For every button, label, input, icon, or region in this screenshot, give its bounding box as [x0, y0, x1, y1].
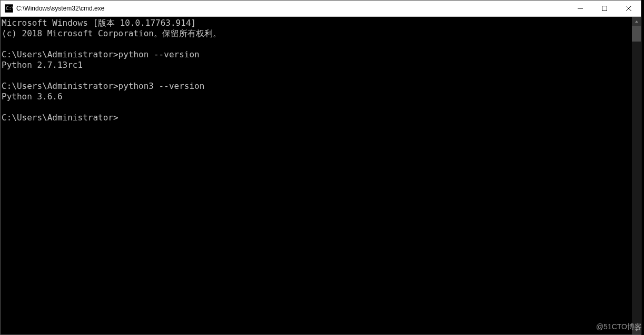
titlebar[interactable]: C:\ C:\Windows\system32\cmd.exe	[1, 1, 641, 17]
terminal-line: (c) 2018 Microsoft Corporation。保留所有权利。	[2, 28, 221, 38]
svg-rect-3	[602, 6, 607, 11]
cmd-window: C:\ C:\Windows\system32\cmd.exe Microsof…	[0, 0, 641, 335]
terminal-area: Microsoft Windows [版本 10.0.17763.914] (c…	[1, 17, 641, 334]
terminal-line: Python 3.6.6	[2, 92, 63, 101]
watermark-text: @51CTO博客	[596, 322, 642, 332]
scrollbar-up-button[interactable]	[632, 17, 641, 26]
close-button[interactable]	[617, 1, 641, 16]
terminal-output[interactable]: Microsoft Windows [版本 10.0.17763.914] (c…	[1, 17, 632, 334]
terminal-line: C:\Users\Administrator>python --version	[2, 49, 200, 59]
scrollbar-thumb[interactable]	[632, 26, 641, 42]
terminal-line: C:\Users\Administrator>python3 --version	[2, 81, 204, 91]
terminal-prompt: C:\Users\Administrator>	[2, 113, 118, 123]
maximize-button[interactable]	[592, 1, 617, 16]
terminal-line: Microsoft Windows [版本 10.0.17763.914]	[2, 18, 196, 28]
minimize-button[interactable]	[568, 1, 592, 16]
terminal-line: Python 2.7.13rc1	[2, 60, 83, 70]
svg-marker-6	[635, 21, 638, 23]
svg-text:C:\: C:\	[6, 6, 13, 11]
window-controls	[568, 1, 641, 16]
vertical-scrollbar[interactable]	[632, 17, 641, 334]
cmd-icon: C:\	[5, 4, 13, 13]
window-title: C:\Windows\system32\cmd.exe	[16, 5, 568, 12]
